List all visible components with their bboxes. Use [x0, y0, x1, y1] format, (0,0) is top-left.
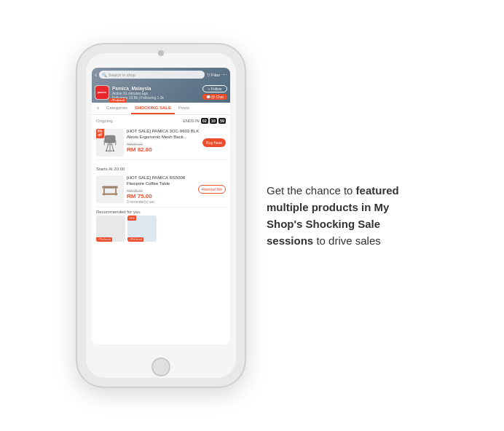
ongoing-label: Ongoing	[96, 119, 113, 123]
shop-logo-inner: pamica	[95, 86, 109, 99]
timer-hours: 02	[201, 118, 208, 124]
search-icon: 🔍	[102, 73, 107, 77]
flash-sale-price: RM 82.80	[127, 146, 200, 153]
preferred-badge: ✓Preferred	[109, 98, 126, 103]
svg-rect-9	[104, 141, 105, 146]
svg-rect-15	[103, 194, 118, 195]
phone-outer: ‹ 🔍 Search in shop ▽ Filter ···	[77, 44, 245, 387]
rec-pref-1: ✓Preferred	[127, 237, 143, 242]
filter-button[interactable]: ▽ Filter	[207, 73, 220, 77]
upcoming-product-info: [HOT SALE] PAMICA RS5008 Flexipole Coffe…	[127, 175, 195, 204]
tab-s[interactable]: s	[93, 103, 103, 114]
screen: ‹ 🔍 Search in shop ▽ Filter ···	[92, 68, 230, 344]
buy-now-button[interactable]: Buy Now	[202, 138, 226, 147]
shop-details: Pamica_Malaysia Active 31 minutes ago Fo…	[112, 86, 200, 100]
filter-icon: ▽	[207, 73, 210, 77]
side-text-suffix: to drive sales	[313, 234, 381, 247]
svg-point-7	[106, 150, 107, 151]
upcoming-product-name: [HOT SALE] PAMICA RS5008 Flexipole Coffe…	[127, 175, 195, 187]
flash-sale-header: Ongoing ENDS IN 02 10 59	[96, 118, 226, 124]
banner-topbar: ‹ 🔍 Search in shop ▽ Filter ···	[95, 71, 227, 79]
back-arrow-icon[interactable]: ‹	[95, 71, 97, 79]
rec-item-0[interactable]: ✓Preferred	[96, 216, 125, 242]
table-icon	[100, 179, 120, 199]
flash-product-card: 6% off [HOT SALE] PAMICA 3OC-9603 BLK Al…	[96, 126, 226, 160]
flash-sale-section: Ongoing ENDS IN 02 10 59	[92, 115, 230, 163]
upcoming-section: Starts At 20:00	[92, 163, 230, 207]
logo-text: pamica	[98, 91, 106, 94]
flash-product-info: [HOT SALE] PAMICA 3OC-9603 BLK Alexis Er…	[127, 129, 200, 153]
follow-button[interactable]: + Follow	[202, 85, 227, 92]
svg-rect-1	[108, 143, 112, 144]
shop-info-row: pamica Pamica_Malaysia Active 31 minutes…	[95, 85, 227, 100]
upcoming-product-img	[96, 175, 124, 203]
timer-minutes: 10	[210, 118, 217, 124]
search-bar[interactable]: 🔍 Search in shop	[99, 71, 205, 79]
phone-camera	[158, 50, 164, 56]
svg-line-4	[112, 146, 114, 151]
nav-tabs: s Categories SHOCKING SALE Posts	[92, 103, 230, 115]
side-text-plain: Get the chance to	[267, 184, 356, 197]
flash-product-name: [HOT SALE] PAMICA 3OC-9603 BLK Alexis Er…	[127, 129, 200, 141]
phone-mockup: ‹ 🔍 Search in shop ▽ Filter ···	[77, 44, 245, 387]
rec-badge-0: ✓Preferred	[96, 237, 112, 242]
tab-shocking-sale[interactable]: SHOCKING SALE	[131, 103, 175, 114]
svg-rect-2	[107, 144, 113, 145]
svg-rect-11	[103, 186, 118, 189]
home-button[interactable]	[151, 357, 170, 376]
shop-name: Pamica_Malaysia	[112, 86, 200, 91]
chat-button[interactable]: 💬 @ Chat	[202, 94, 227, 100]
phone-screen-container: ‹ 🔍 Search in shop ▽ Filter ···	[86, 53, 236, 378]
filter-label: Filter	[211, 73, 220, 77]
svg-line-3	[106, 146, 108, 151]
discount-value: 6%	[98, 130, 103, 133]
side-text: Get the chance to featured multiple prod…	[267, 182, 427, 250]
svg-rect-10	[115, 141, 116, 146]
starts-label: Starts At 20:00	[96, 167, 226, 171]
ends-in-label: ENDS IN	[183, 119, 199, 123]
discount-off: off	[98, 133, 102, 137]
rec-badge-1: 31%	[127, 216, 136, 221]
recommended-items: ✓Preferred 31% ✓Preferred	[92, 216, 230, 242]
svg-point-6	[108, 150, 113, 151]
shop-logo: pamica	[95, 85, 109, 100]
timer-seconds: 59	[218, 118, 226, 124]
upcoming-product-card: [HOT SALE] PAMICA RS5008 Flexipole Coffe…	[96, 173, 226, 207]
page-container: ‹ 🔍 Search in shop ▽ Filter ···	[0, 0, 504, 431]
chat-icon: 💬	[206, 95, 210, 99]
search-placeholder: Search in shop	[109, 73, 135, 77]
shop-actions: + Follow 💬 @ Chat	[202, 85, 227, 100]
recommended-section: Recommended for you ✓Preferred 31% ✓Pref…	[92, 207, 230, 242]
chat-label: @ Chat	[211, 95, 224, 99]
shop-banner: ‹ 🔍 Search in shop ▽ Filter ···	[92, 68, 230, 103]
tab-posts[interactable]: Posts	[175, 103, 193, 114]
ends-in: ENDS IN 02 10 59	[183, 118, 226, 124]
more-button[interactable]: ···	[222, 72, 227, 78]
rec-item-1[interactable]: 31% ✓Preferred	[127, 216, 157, 242]
upcoming-product-img-wrap	[96, 175, 124, 203]
svg-point-8	[113, 150, 114, 151]
tab-categories[interactable]: Categories	[103, 103, 131, 114]
svg-rect-0	[105, 135, 115, 143]
discount-badge: 6% off	[96, 129, 104, 138]
recommended-header: Recommended for you	[92, 207, 230, 216]
reminder-text: 3 reminder(s) set	[127, 199, 195, 204]
upcoming-sale-price: RM 75.00	[127, 193, 195, 199]
flash-product-img-wrap: 6% off	[96, 129, 124, 157]
remind-me-button[interactable]: Remind Me	[198, 185, 226, 194]
